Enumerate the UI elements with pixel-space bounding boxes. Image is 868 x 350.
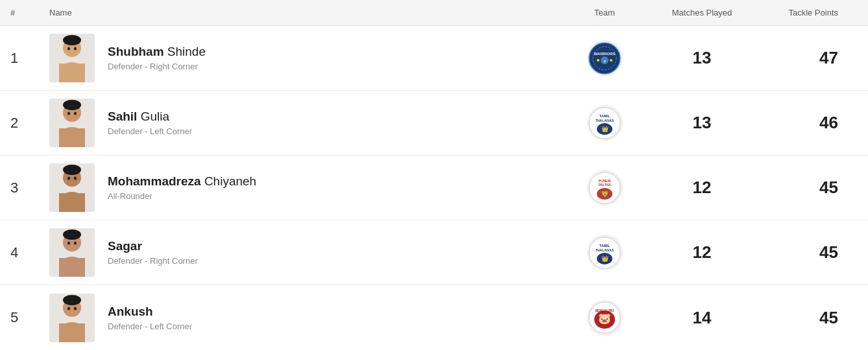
svg-text:👑: 👑: [601, 125, 609, 133]
svg-text:WARRIORS: WARRIORS: [594, 52, 616, 56]
svg-rect-53: [59, 323, 85, 342]
table-row: 5 Ankush Defender - Left Corner 🐷 BENGAL…: [0, 285, 868, 350]
svg-text:BENGALURU: BENGALURU: [596, 309, 614, 312]
rank-cell: 4: [10, 244, 49, 261]
player-name: Mohammadreza Chiyaneh: [108, 174, 256, 189]
player-info: Shubham Shinde Defender - Right Corner: [49, 34, 559, 82]
header-tackle: Tackle Points: [754, 8, 858, 18]
team-cell: PUNERI PALTAN 🦁: [559, 170, 650, 205]
team-logo: PUNERI PALTAN 🦁: [587, 170, 623, 205]
player-role: Defender - Right Corner: [108, 62, 206, 71]
svg-point-55: [67, 307, 70, 310]
svg-text:THALAIVAS: THALAIVAS: [596, 119, 614, 122]
team-cell: TAMIL THALAIVAS 👑: [559, 235, 650, 270]
table-row: 2 Sahil Gulia Defender - Left Corner TAM…: [0, 91, 868, 156]
tackle-stat: 46: [754, 113, 858, 133]
player-info: Mohammadreza Chiyaneh All-Rounder: [49, 163, 559, 212]
svg-text:PALTAN: PALTAN: [598, 183, 611, 187]
player-name: Ankush: [108, 305, 192, 319]
player-name-block: Ankush Defender - Left Corner: [108, 305, 192, 331]
rank-cell: 3: [10, 180, 49, 196]
header-rank: #: [10, 8, 49, 18]
player-info: Sahil Gulia Defender - Left Corner: [49, 99, 559, 147]
svg-point-13: [610, 59, 612, 62]
rank-cell: 2: [10, 115, 49, 132]
svg-point-31: [67, 177, 70, 180]
player-avatar: [49, 163, 95, 212]
svg-point-32: [74, 177, 77, 180]
header-team: Team: [559, 8, 650, 18]
svg-rect-29: [59, 193, 85, 212]
table-header: # Name Team Matches Played Tackle Points: [0, 0, 868, 26]
svg-point-44: [74, 242, 77, 245]
svg-point-6: [74, 47, 77, 51]
table-row: 3 Mohammadreza Chiyaneh All-Rounder PUNE…: [0, 156, 868, 220]
team-logo: TAMIL THALAIVAS 👑: [587, 105, 623, 141]
matches-stat: 12: [650, 242, 754, 262]
table-body: 1 Shubham Shinde Defender - Right Corner…: [0, 26, 868, 350]
tackle-stat: 45: [754, 242, 858, 262]
matches-stat: 13: [650, 113, 754, 133]
player-name: Sagar: [108, 239, 198, 253]
player-name-block: Sahil Gulia Defender - Left Corner: [108, 110, 192, 136]
player-role: Defender - Left Corner: [108, 126, 192, 136]
tackle-stat: 45: [754, 178, 858, 198]
team-cell: 🐷 BENGALURU: [559, 300, 650, 336]
rank-cell: 5: [10, 309, 49, 326]
tackle-stat: 45: [754, 308, 858, 328]
svg-text:🐷: 🐷: [598, 312, 611, 325]
leaderboard-table: # Name Team Matches Played Tackle Points…: [0, 0, 868, 350]
player-name-block: Shubham Shinde Defender - Right Corner: [108, 45, 206, 71]
matches-stat: 12: [650, 178, 754, 198]
svg-point-19: [67, 112, 70, 115]
svg-text:TAMIL: TAMIL: [599, 244, 610, 248]
header-name: Name: [49, 8, 559, 18]
player-role: Defender - Right Corner: [108, 256, 198, 266]
svg-text:TAMIL: TAMIL: [599, 114, 610, 118]
player-name-block: Mohammadreza Chiyaneh All-Rounder: [108, 174, 256, 201]
svg-point-30: [63, 165, 81, 175]
player-name-block: Sagar Defender - Right Corner: [108, 239, 198, 266]
svg-text:👑: 👑: [601, 255, 609, 262]
player-name: Sahil Gulia: [108, 110, 192, 124]
svg-rect-41: [59, 258, 85, 277]
svg-point-18: [63, 100, 81, 110]
player-role: All-Rounder: [108, 191, 256, 201]
header-matches: Matches Played: [650, 8, 754, 18]
team-logo: TAMIL THALAIVAS 👑: [587, 235, 623, 270]
table-row: 1 Shubham Shinde Defender - Right Corner…: [0, 26, 868, 91]
svg-point-56: [74, 307, 77, 310]
player-name: Shubham Shinde: [108, 45, 206, 59]
svg-point-42: [63, 229, 81, 240]
svg-point-20: [74, 112, 77, 115]
player-info: Sagar Defender - Right Corner: [49, 228, 559, 277]
table-row: 4 Sagar Defender - Right Corner TAMIL TH…: [0, 220, 868, 285]
player-avatar: [49, 294, 95, 342]
matches-stat: 14: [650, 308, 754, 328]
svg-text:THALAIVAS: THALAIVAS: [596, 248, 614, 252]
player-role: Defender - Left Corner: [108, 321, 192, 331]
player-info: Ankush Defender - Left Corner: [49, 294, 559, 342]
tackle-stat: 47: [754, 48, 858, 68]
svg-point-43: [67, 242, 70, 245]
svg-point-4: [63, 35, 81, 45]
svg-point-5: [67, 47, 70, 51]
team-logo: WARRIORS ★: [587, 40, 623, 76]
matches-stat: 13: [650, 48, 754, 68]
team-logo: 🐷 BENGALURU: [587, 300, 623, 336]
player-avatar: [49, 228, 95, 277]
svg-text:🦁: 🦁: [600, 189, 610, 198]
player-avatar: [49, 34, 95, 82]
team-cell: TAMIL THALAIVAS 👑: [559, 105, 650, 141]
player-avatar: [49, 99, 95, 147]
rank-cell: 1: [10, 50, 49, 67]
svg-rect-17: [59, 128, 85, 147]
svg-rect-3: [59, 64, 85, 82]
svg-point-54: [63, 295, 81, 305]
svg-point-12: [597, 59, 599, 62]
team-cell: WARRIORS ★: [559, 40, 650, 76]
